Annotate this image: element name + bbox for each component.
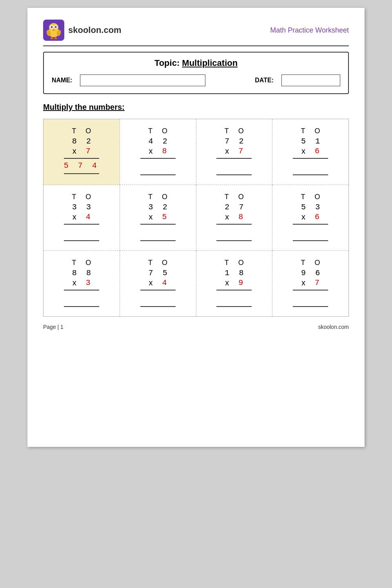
tens-digit: 2 bbox=[225, 203, 229, 212]
o-label: O bbox=[162, 193, 167, 201]
problem: TO72x7 bbox=[200, 127, 269, 177]
multiplier-digit: 8 bbox=[238, 212, 243, 221]
tens-digit: 3 bbox=[72, 203, 77, 212]
multiplier-row: x5 bbox=[124, 212, 192, 221]
multiply-symbol: x bbox=[149, 278, 153, 287]
problem-cell: TO88x3 bbox=[44, 251, 120, 317]
problem-cell: TO51x6 bbox=[272, 119, 349, 185]
problem-cell: TO27x8 bbox=[196, 185, 272, 251]
problem-header-row: TO bbox=[72, 259, 91, 267]
tens-digit: 8 bbox=[72, 137, 77, 146]
problems-grid: TO82x75 7 4TO42x8TO72x7TO51x6TO33x4TO32x… bbox=[43, 119, 349, 317]
problem: TO53x6 bbox=[276, 193, 345, 243]
t-label: T bbox=[225, 259, 229, 267]
answer-text: 5 7 4 bbox=[64, 161, 99, 170]
multiplier-row: x3 bbox=[47, 278, 116, 287]
problem-header-row: TO bbox=[72, 193, 91, 201]
ones-digit: 8 bbox=[239, 269, 243, 278]
t-label: T bbox=[301, 127, 305, 135]
problem-header-row: TO bbox=[148, 127, 167, 135]
problem-number-row: 42 bbox=[149, 137, 167, 146]
divider-line bbox=[216, 224, 252, 225]
tens-digit: 1 bbox=[225, 269, 229, 278]
problem: TO42x8 bbox=[124, 127, 192, 177]
tens-digit: 4 bbox=[149, 137, 153, 146]
multiplier-digit: 6 bbox=[315, 147, 319, 156]
o-label: O bbox=[238, 127, 244, 135]
answer-line bbox=[293, 306, 328, 307]
problem: TO82x75 7 4 bbox=[47, 127, 116, 176]
page-number: Page | 1 bbox=[43, 324, 64, 330]
multiply-symbol: x bbox=[149, 212, 153, 221]
problem-number-row: 53 bbox=[301, 203, 320, 212]
t-label: T bbox=[225, 193, 229, 201]
problem-number-row: 82 bbox=[72, 137, 91, 146]
problem-header-row: TO bbox=[225, 127, 244, 135]
problem: TO51x6 bbox=[276, 127, 345, 177]
topic-line: Topic: Multiplication bbox=[52, 58, 340, 68]
t-label: T bbox=[72, 127, 76, 135]
problem-cell: TO18x9 bbox=[196, 251, 272, 317]
multiplier-row: x4 bbox=[124, 278, 192, 287]
svg-point-7 bbox=[51, 26, 53, 28]
problem-number-row: 32 bbox=[149, 203, 167, 212]
ones-digit: 3 bbox=[86, 203, 91, 212]
t-label: T bbox=[225, 127, 229, 135]
divider-line bbox=[293, 158, 328, 159]
multiply-symbol: x bbox=[225, 278, 229, 287]
multiply-symbol: x bbox=[149, 147, 153, 156]
o-label: O bbox=[238, 193, 244, 201]
tens-digit: 5 bbox=[301, 137, 306, 146]
tens-digit: 3 bbox=[149, 203, 153, 212]
topic-name: Multiplication bbox=[182, 58, 238, 68]
o-label: O bbox=[315, 193, 320, 201]
ones-digit: 1 bbox=[315, 137, 320, 146]
problem-number-row: 72 bbox=[225, 137, 243, 146]
problem-number-row: 88 bbox=[72, 269, 91, 278]
t-label: T bbox=[301, 259, 305, 267]
multiplier-digit: 7 bbox=[315, 278, 319, 287]
ones-digit: 2 bbox=[239, 137, 243, 146]
problem-cell: TO82x75 7 4 bbox=[44, 119, 120, 185]
answer-line bbox=[216, 240, 252, 241]
ones-digit: 6 bbox=[315, 269, 320, 278]
logo-area: skoolon.com bbox=[43, 20, 122, 41]
o-label: O bbox=[162, 259, 167, 267]
answer-line bbox=[216, 306, 252, 307]
fields-row: NAME: DATE: bbox=[52, 74, 340, 86]
t-label: T bbox=[72, 259, 76, 267]
divider-line bbox=[293, 290, 328, 290]
problem-number-row: 75 bbox=[149, 269, 167, 278]
divider-line bbox=[140, 290, 176, 290]
multiply-symbol: x bbox=[73, 147, 76, 156]
multiplier-digit: 5 bbox=[162, 212, 167, 221]
problem-cell: TO53x6 bbox=[272, 185, 349, 251]
multiplier-row: x4 bbox=[47, 212, 116, 221]
problem-number-row: 18 bbox=[225, 269, 243, 278]
date-input[interactable] bbox=[281, 74, 340, 86]
answer-line bbox=[64, 173, 99, 174]
divider-line bbox=[293, 224, 328, 225]
problem-cell: TO32x5 bbox=[120, 185, 196, 251]
divider-line bbox=[64, 290, 99, 290]
ones-digit: 2 bbox=[86, 137, 91, 146]
multiplier-digit: 4 bbox=[162, 278, 167, 287]
answer-line bbox=[64, 306, 99, 307]
t-label: T bbox=[301, 193, 305, 201]
answer-line bbox=[64, 240, 99, 241]
ones-digit: 2 bbox=[163, 203, 167, 212]
multiply-symbol: x bbox=[301, 278, 305, 287]
name-input[interactable] bbox=[80, 74, 205, 86]
problem-header-row: TO bbox=[301, 193, 320, 201]
ones-digit: 3 bbox=[315, 203, 320, 212]
o-label: O bbox=[85, 193, 91, 201]
problem-cell: TO33x4 bbox=[44, 185, 120, 251]
multiply-symbol: x bbox=[73, 278, 76, 287]
multiplier-row: x7 bbox=[276, 278, 345, 287]
tens-digit: 9 bbox=[301, 269, 306, 278]
topic-box: Topic: Multiplication NAME: DATE: bbox=[43, 52, 349, 94]
problem: TO96x7 bbox=[276, 259, 345, 309]
date-label: DATE: bbox=[255, 77, 274, 84]
problem: TO75x4 bbox=[124, 259, 192, 309]
problem-header-row: TO bbox=[72, 127, 91, 135]
